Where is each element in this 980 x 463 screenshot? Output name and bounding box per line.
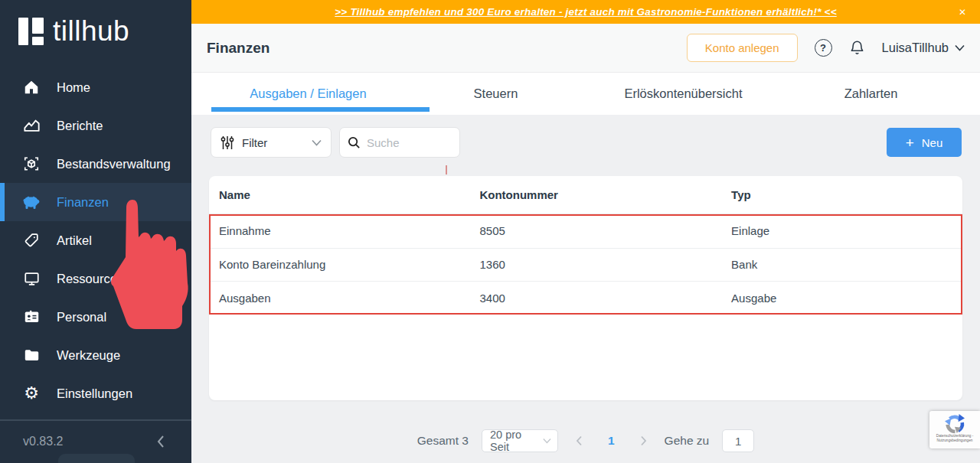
search-icon [348,136,361,149]
column-header-typ: Typ [721,188,962,201]
cell-kontonummer: 8505 [469,224,721,237]
filter-sliders-icon [220,135,234,149]
chevron-down-icon [312,139,322,146]
sidebar-bottom-nub [58,454,135,463]
table-row[interactable]: Ausgaben 3400 Ausgabe [209,281,962,315]
app-version-label: v0.83.2 [23,435,63,448]
header-actions: Konto anlegen ? LuisaTillhub [687,34,965,62]
sidebar-item-label: Personal [57,310,106,324]
section-tabs: Ausgaben / Einlagen Steuern Erlöskontenü… [191,73,980,115]
gear-icon: ⚙ [22,384,41,403]
page-header: Finanzen Konto anlegen ? LuisaTillhub [191,24,980,73]
create-account-button[interactable]: Konto anlegen [687,34,798,62]
tillhub-app: tillhub Home Berichte [0,0,980,463]
table-header-row: Name Kontonummer Typ [209,176,962,214]
current-page-number[interactable]: 1 [600,434,622,448]
cell-name: Konto Bareinzahlung [209,258,469,271]
total-count-label: Gesamt 3 [417,434,469,448]
tag-icon [22,231,41,249]
table-row[interactable]: Konto Bareinzahlung 1360 Bank [209,248,962,282]
cell-typ: Ausgabe [721,292,962,305]
page-title: Finanzen [207,40,270,57]
filter-dropdown[interactable]: Filter [211,127,332,158]
help-icon[interactable]: ? [815,39,832,57]
recaptcha-badge[interactable]: Datenschutzerklärung - Nutzungsbedingung… [929,411,980,448]
filter-label: Filter [242,136,267,149]
user-menu[interactable]: LuisaTillhub [882,41,965,55]
annotation-red-tick [446,165,447,174]
inventory-cube-icon [22,155,41,173]
new-button-label: Neu [922,136,943,149]
cell-name: Einnahme [209,224,469,237]
sidebar-item-werkzeuge[interactable]: Werkzeuge [0,336,191,374]
sidebar-item-berichte[interactable]: Berichte [0,106,191,145]
goto-page-input[interactable] [722,429,754,452]
sidebar-item-label: Home [57,80,90,95]
chevron-down-icon [543,438,551,444]
promo-banner: >> Tillhub empfehlen und 300 Euro erhalt… [191,0,980,24]
cell-typ: Bank [721,258,962,271]
cell-kontonummer: 3400 [469,292,721,305]
chevron-down-icon [955,44,965,51]
cell-kontonummer: 1360 [469,258,721,271]
table-row[interactable]: Einnahme 8505 Einlage [209,214,962,248]
monitor-icon [22,269,41,288]
next-page-button[interactable] [635,435,652,446]
page-size-value: 20 pro Seit [490,429,543,453]
tillhub-logo-icon [18,18,44,45]
tillhub-logo[interactable]: tillhub [18,17,129,45]
sidebar-divider [0,419,191,421]
recaptcha-icon [945,414,965,434]
sidebar-footer: v0.83.2 [0,429,191,455]
main-content: Filter + Neu Name Kontonummer Typ Einnah… [191,115,980,463]
sidebar-item-label: Berichte [57,119,103,133]
previous-page-button[interactable] [571,435,587,446]
cell-name: Ausgaben [209,292,469,305]
pagination: Gesamt 3 20 pro Seit 1 Gehe zu [191,429,980,453]
recaptcha-privacy-text[interactable]: Datenschutzerklärung - Nutzungsbedingung… [936,434,973,443]
folder-icon [22,346,41,364]
user-name: LuisaTillhub [882,41,949,55]
sidebar-item-label: Finanzen [57,195,109,210]
sidebar-item-label: Artikel [57,233,92,248]
chevron-left-icon [156,435,165,448]
page-size-select[interactable]: 20 pro Seit [482,429,558,452]
chevron-left-icon [576,435,583,446]
search-input[interactable] [367,136,451,149]
tab-zahlarten[interactable]: Zahlarten [777,73,965,115]
new-button[interactable]: + Neu [887,128,962,157]
sidebar-item-label: Bestandsverwaltung [57,157,171,171]
close-icon[interactable]: ✕ [959,7,966,18]
column-header-kontonummer: Kontonummer [469,188,721,201]
chevron-right-icon [640,435,647,446]
column-header-name: Name [209,188,469,201]
tab-erloeskontenuebersicht[interactable]: Erlöskontenübersicht [590,73,777,115]
plus-icon: + [906,135,914,150]
pointing-hand-annotation [109,197,193,331]
sidebar-collapse-button[interactable] [156,435,165,448]
id-card-icon [22,308,41,326]
tillhub-logo-text: tillhub [53,17,129,45]
home-icon [22,78,41,96]
goto-page-label: Gehe zu [665,434,710,448]
promo-banner-link[interactable]: >> Tillhub empfehlen und 300 Euro erhalt… [335,6,836,18]
sidebar-item-label: Einstellungen [57,386,132,401]
notifications-bell-icon[interactable] [849,39,865,57]
sidebar-item-einstellungen[interactable]: ⚙ Einstellungen [0,374,191,412]
tab-ausgaben-einlagen[interactable]: Ausgaben / Einlagen [214,73,402,115]
cell-typ: Einlage [721,224,962,237]
sidebar-item-label: Werkzeuge [57,348,120,363]
accounts-table: Name Kontonummer Typ Einnahme 8505 Einla… [209,176,962,400]
tab-steuern[interactable]: Steuern [402,73,590,115]
sidebar-item-home[interactable]: Home [0,68,191,106]
piggy-bank-icon [22,193,41,211]
search-box [339,127,460,158]
chart-icon [22,116,41,135]
sidebar-item-bestandsverwaltung[interactable]: Bestandsverwaltung [0,145,191,183]
